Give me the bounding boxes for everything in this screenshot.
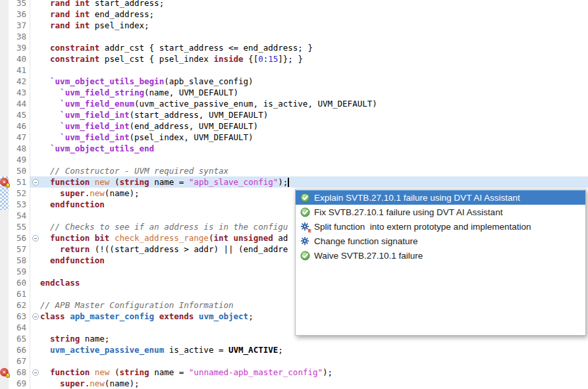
quickfix-context-menu: Explain SVTB.27.10.1 failure using DVT A… xyxy=(295,189,586,336)
annotation-ruler-cell: ✕ xyxy=(0,176,9,188)
editor-row: 69 super.new(name); xyxy=(0,378,588,389)
code-token: rand int xyxy=(50,9,90,19)
code-token: constraint xyxy=(50,54,99,64)
editor-row: 49 xyxy=(0,154,588,165)
code-line[interactable] xyxy=(40,154,588,165)
quickfix-bulb-icon xyxy=(6,373,10,378)
annotation-ruler-cell xyxy=(0,311,9,322)
code-token: `uvm_field_int xyxy=(60,121,129,131)
code-line[interactable]: `uvm_field_int(psel_index, UVM_DEFAULT) xyxy=(40,132,588,143)
code-token xyxy=(109,233,115,243)
code-line[interactable]: rand int end_address; xyxy=(40,9,588,20)
fold-column xyxy=(30,165,40,176)
code-token: psel_index; xyxy=(90,20,149,30)
editor-row: 47 `uvm_field_int(psel_index, UVM_DEFAUL… xyxy=(0,132,588,143)
code-token: ad xyxy=(273,233,288,243)
fold-collapse-icon[interactable] xyxy=(32,179,39,186)
code-token: ); xyxy=(278,177,288,187)
code-token xyxy=(40,9,50,19)
quickfix-menu-item[interactable]: Change function signature xyxy=(296,234,585,248)
line-number: 40 xyxy=(9,53,30,65)
code-token: super xyxy=(60,378,85,388)
code-token: // APB Master Configuration Information xyxy=(40,300,234,310)
code-line[interactable]: super.new(name); xyxy=(40,378,588,389)
code-line[interactable]: uvm_active_passive_enum is_active = UVM_… xyxy=(40,344,588,355)
editor-row: 66 uvm_active_passive_enum is_active = U… xyxy=(0,344,588,355)
code-token: inside xyxy=(213,54,243,64)
quickfix-menu-item-label: Waive SVTB.27.10.1 failure xyxy=(314,251,423,261)
line-number: 56 xyxy=(9,232,30,244)
code-line[interactable] xyxy=(40,65,588,76)
line-number: 41 xyxy=(9,65,30,76)
code-token xyxy=(40,121,60,131)
code-token: // Constructor - UVM required syntax xyxy=(50,166,228,176)
code-token: (!((start_address > addr) || (end_addre xyxy=(90,244,288,254)
code-token: new xyxy=(90,378,105,388)
quickfix-menu-item[interactable]: Fix SVTB.27.10.1 failure using DVT AI As… xyxy=(296,205,585,219)
fold-column xyxy=(30,299,40,311)
code-token: start_address; xyxy=(90,0,164,8)
line-number: 42 xyxy=(9,76,30,87)
code-line[interactable]: function new (string name = "unnamed-apb… xyxy=(40,367,588,378)
error-quickfix-icon[interactable]: ✕ xyxy=(0,178,9,186)
editor-row: 46 `uvm_field_int(end_address, UVM_DEFAU… xyxy=(0,120,588,132)
quickfix-menu-item[interactable]: Waive SVTB.27.10.1 failure xyxy=(296,248,585,263)
fold-column xyxy=(30,311,40,322)
code-token xyxy=(40,43,50,53)
code-token: ]}; } xyxy=(278,54,303,64)
line-number: 69 xyxy=(9,378,30,389)
fold-collapse-icon[interactable] xyxy=(32,313,39,320)
editor-row: 38 xyxy=(0,31,588,42)
line-number: 50 xyxy=(9,165,30,176)
editor-row: 42 `uvm_object_utils_begin(apb_slave_con… xyxy=(0,76,588,87)
code-token: new xyxy=(95,367,110,377)
code-token: (psel_index, UVM_DEFAULT) xyxy=(129,132,253,142)
code-line[interactable]: constraint addr_cst { start_address <= e… xyxy=(40,42,588,53)
error-quickfix-icon[interactable]: ✕ xyxy=(0,368,9,376)
quickfix-menu-item[interactable]: Explain SVTB.27.10.1 failure using DVT A… xyxy=(296,190,585,205)
code-line[interactable]: `uvm_object_utils_begin(apb_slave_config… xyxy=(40,76,588,87)
code-line[interactable]: rand int start_address; xyxy=(40,0,588,9)
code-line[interactable] xyxy=(40,355,588,367)
line-number: 53 xyxy=(9,199,30,210)
code-token xyxy=(40,20,50,30)
code-line[interactable]: `uvm_field_enum(uvm_active_passive_enum,… xyxy=(40,98,588,109)
code-line[interactable] xyxy=(40,31,588,42)
code-token: (apb_slave_config) xyxy=(164,76,253,86)
editor-row: 48 `uvm_object_utils_end xyxy=(0,143,588,154)
code-line[interactable]: constraint psel_cst { psel_index inside … xyxy=(40,53,588,65)
line-number: 39 xyxy=(9,42,30,53)
code-token: name = xyxy=(149,367,189,377)
code-token: `uvm_field_string xyxy=(60,88,144,97)
code-token: addr_cst { start_address <= end_address;… xyxy=(99,43,313,53)
fold-column xyxy=(30,355,40,367)
line-number: 47 xyxy=(9,132,30,143)
code-line[interactable]: rand int psel_index; xyxy=(40,20,588,31)
fold-column xyxy=(30,132,40,143)
code-line[interactable]: `uvm_field_string(name, UVM_DEFAULT) xyxy=(40,87,588,98)
code-line[interactable]: // Constructor - UVM required syntax xyxy=(40,165,588,176)
code-token: 0 xyxy=(258,54,263,64)
fold-column xyxy=(30,367,40,378)
code-token: 15 xyxy=(268,54,278,64)
code-token xyxy=(40,378,60,388)
quickfix-menu-item[interactable]: ESplit function into extern prototype an… xyxy=(296,219,585,234)
code-line[interactable]: `uvm_object_utils_end xyxy=(40,143,588,154)
code-line[interactable]: function new (string name = "apb_slave_c… xyxy=(40,176,588,188)
fold-column xyxy=(30,20,40,31)
annotation-ruler-cell xyxy=(0,277,9,288)
quickfix-menu-item-label: Fix SVTB.27.10.1 failure using DVT AI As… xyxy=(314,207,502,217)
code-token xyxy=(40,99,60,109)
code-line[interactable]: `uvm_field_int(start_address, UVM_DEFAUL… xyxy=(40,109,588,120)
fold-collapse-icon[interactable] xyxy=(32,235,39,242)
fold-collapse-icon[interactable] xyxy=(32,369,39,376)
code-token: ); xyxy=(323,367,333,377)
check-circle-icon xyxy=(300,250,310,261)
code-token xyxy=(40,233,50,243)
line-number: 65 xyxy=(9,333,30,344)
code-line[interactable]: `uvm_field_int(end_address, UVM_DEFAULT) xyxy=(40,120,588,132)
code-token: `uvm_field_enum xyxy=(60,99,134,109)
check-circle-icon xyxy=(300,207,310,217)
code-token: is_active = xyxy=(164,345,228,355)
fold-column xyxy=(30,0,40,9)
